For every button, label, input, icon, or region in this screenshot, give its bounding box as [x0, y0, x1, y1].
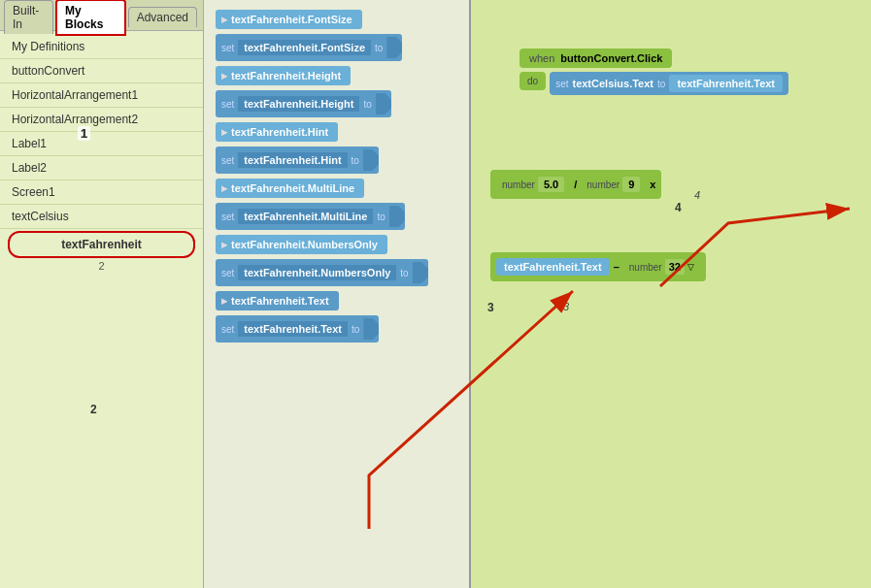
set-block-fontsize[interactable]: set textFahrenheit.FontSize to [216, 34, 402, 61]
label-2-text: 2 [0, 260, 203, 272]
tab-myblocks[interactable]: My Blocks [55, 0, 126, 36]
sidebar-item-text-celsius[interactable]: textCelsius [0, 205, 203, 229]
label-4: 4 [694, 189, 700, 201]
set-celsius-block[interactable]: set textCelsius.Text to textFahrenheit.T… [550, 72, 788, 95]
text-fahrenheit-ref2[interactable]: textFahrenheit.Text [496, 258, 610, 276]
do-block-container: do set textCelsius.Text to textFahrenhei… [519, 72, 788, 95]
num3-value[interactable]: 32 [665, 259, 685, 275]
set-block-hint[interactable]: set textFahrenheit.Hint to [216, 147, 379, 174]
set-block-text-label: textFahrenheit.Text [238, 321, 348, 337]
sidebar-item-screen1[interactable]: Screen1 [0, 180, 203, 205]
block-row-hint-get: textFahrenheit.Hint [216, 122, 457, 142]
set-label-height: set [221, 99, 236, 110]
set-block-height[interactable]: set textFahrenheit.Height to [216, 90, 391, 117]
get-block-fontsize-label: textFahrenheit.FontSize [231, 14, 352, 25]
anno-3: 3 [487, 301, 494, 314]
get-block-numbersonly[interactable]: textFahrenheit.NumbersOnly [216, 235, 387, 254]
connector-multiline [389, 206, 405, 227]
connector-numbersonly [413, 262, 428, 283]
get-block-height-label: textFahrenheit.Height [231, 70, 341, 82]
set-block-numbersonly-label: textFahrenheit.NumbersOnly [238, 265, 396, 280]
when-block-container: when buttonConvert.Click do set textCels… [519, 49, 788, 95]
set-block-multiline-label: textFahrenheit.MultiLine [238, 209, 373, 224]
get-block-hint[interactable]: textFahrenheit.Hint [216, 122, 338, 142]
text-celsius-label: textCelsius.Text [572, 78, 653, 89]
blocks-panel: textFahrenheit.FontSize set textFahrenhe… [204, 0, 471, 588]
sidebar-item-text-fahrenheit[interactable]: textFahrenheit [8, 231, 195, 258]
block-row-numbersonly-get: textFahrenheit.NumbersOnly [216, 235, 457, 254]
sidebar-item-my-definitions[interactable]: My Definitions [0, 35, 203, 59]
sub-block[interactable]: textFahrenheit.Text – number 32 ▽ [490, 252, 706, 281]
down-arrow[interactable]: ▽ [687, 262, 694, 272]
sidebar-item-label1[interactable]: Label1 [0, 132, 203, 156]
do-label: do [519, 72, 546, 90]
block-row-multiline-set: set textFahrenheit.MultiLine to [216, 203, 457, 230]
sidebar-item-button-convert[interactable]: buttonConvert [0, 59, 203, 83]
get-block-hint-label: textFahrenheit.Hint [231, 126, 328, 138]
block-row-text-set: set textFahrenheit.Text to [216, 315, 457, 343]
block-row-height-set: set textFahrenheit.Height to [216, 90, 457, 117]
set-block-text[interactable]: set textFahrenheit.Text to [216, 315, 379, 343]
anno-1: 1 [81, 127, 87, 141]
connector-hint [363, 149, 379, 171]
to-lbl-celsius: to [657, 79, 665, 89]
mult-block[interactable]: number 5.0 / number 9 x [490, 170, 661, 199]
set-block-fontsize-label: textFahrenheit.FontSize [238, 40, 371, 55]
to-label-multiline: to [375, 212, 386, 222]
get-block-multiline[interactable]: textFahrenheit.MultiLine [216, 179, 364, 198]
sidebar-item-h-arrangement-1[interactable]: HorizontalArrangement1 [0, 83, 203, 108]
connector-fontsize [386, 37, 402, 58]
number-label-3: number [629, 262, 662, 273]
connector-height [376, 93, 391, 114]
set-lbl-celsius: set [555, 79, 568, 89]
num2-container: number 9 [581, 174, 646, 195]
text-fahrenheit-ref[interactable]: textFahrenheit.Text [669, 75, 783, 92]
when-block[interactable]: when buttonConvert.Click [519, 49, 672, 68]
num1-container: number 5.0 [496, 174, 570, 195]
sidebar-item-h-arrangement-2[interactable]: HorizontalArrangement2 [0, 108, 203, 132]
anno-4: 4 [675, 201, 682, 214]
get-block-text[interactable]: textFahrenheit.Text [216, 291, 339, 310]
to-label-numbersonly: to [398, 268, 410, 278]
block-row-multiline-get: textFahrenheit.MultiLine [216, 179, 457, 198]
label-3: 3 [563, 301, 569, 312]
when-label: when [529, 52, 554, 64]
to-label-height: to [361, 99, 373, 110]
num1-value[interactable]: 5.0 [538, 177, 564, 192]
to-label-hint: to [350, 155, 361, 166]
tab-advanced[interactable]: Advanced [128, 7, 197, 27]
set-block-height-label: textFahrenheit.Height [238, 96, 359, 112]
set-label-numbersonly: set [221, 268, 236, 278]
to-label-text: to [350, 324, 361, 335]
sidebar: Built-In My Blocks Advanced My Definitio… [0, 0, 204, 588]
get-block-multiline-label: textFahrenheit.MultiLine [231, 182, 354, 194]
set-label-text: set [221, 324, 236, 335]
tab-builtin[interactable]: Built-In [4, 0, 53, 34]
block-row-fontsize-get: textFahrenheit.FontSize [216, 10, 457, 29]
set-block-multiline[interactable]: set textFahrenheit.MultiLine to [216, 203, 405, 230]
mul-label: x [650, 179, 655, 190]
set-label-multiline: set [221, 212, 236, 222]
sidebar-item-label2[interactable]: Label2 [0, 156, 203, 180]
sidebar-items: My Definitions 1 buttonConvert Horizonta… [0, 31, 203, 276]
number-label-2: number [586, 180, 620, 190]
workspace: when buttonConvert.Click do set textCels… [471, 0, 871, 588]
get-block-height[interactable]: textFahrenheit.Height [216, 66, 351, 85]
get-block-fontsize[interactable]: textFahrenheit.FontSize [216, 10, 362, 29]
get-block-numbersonly-label: textFahrenheit.NumbersOnly [231, 239, 378, 250]
mult-block-container: number 5.0 / number 9 x [490, 170, 661, 199]
num3-container: number 32 ▽ [623, 256, 700, 278]
set-block-hint-label: textFahrenheit.Hint [238, 152, 347, 168]
when-event: buttonConvert.Click [560, 52, 662, 64]
block-row-hint-set: set textFahrenheit.Hint to [216, 147, 457, 174]
minus-label: – [614, 261, 620, 273]
connector-text [363, 318, 379, 340]
set-block-numbersonly[interactable]: set textFahrenheit.NumbersOnly to [216, 259, 428, 286]
div-label: / [574, 179, 577, 190]
block-row-fontsize-set: set textFahrenheit.FontSize to [216, 34, 457, 61]
block-row-text-get: textFahrenheit.Text [216, 291, 457, 310]
num2-value[interactable]: 9 [622, 177, 640, 192]
get-block-text-label: textFahrenheit.Text [231, 295, 329, 307]
set-label-hint: set [221, 155, 236, 166]
tab-bar: Built-In My Blocks Advanced [0, 0, 203, 31]
